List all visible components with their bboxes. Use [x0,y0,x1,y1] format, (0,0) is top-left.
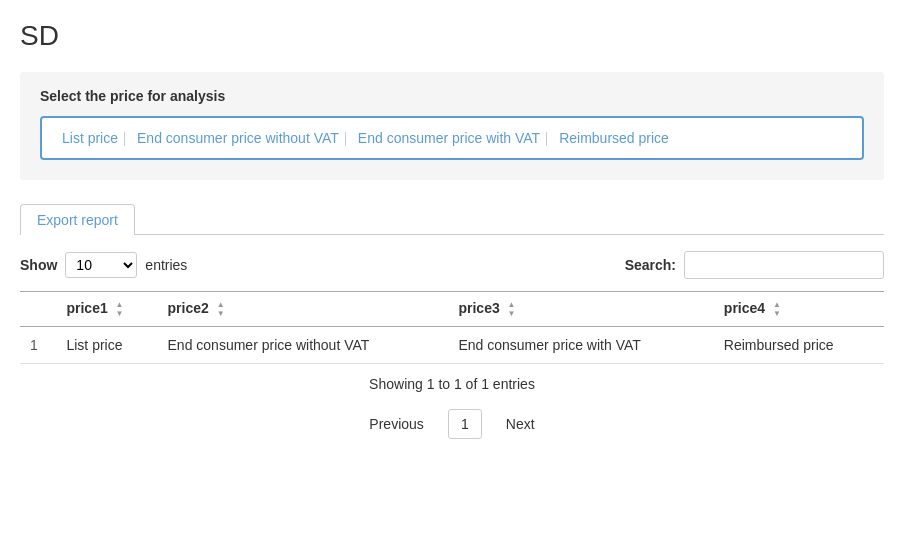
entries-select[interactable]: 102550100 [65,252,137,278]
table-row: 1 List price End consumer price without … [20,327,884,364]
page-title: SD [20,20,884,52]
data-table: price1 ▲▼ price2 ▲▼ price3 ▲▼ price4 ▲▼ … [20,291,884,364]
next-button[interactable]: Next [486,408,555,440]
row-price2: End consumer price without VAT [158,327,449,364]
price-select-label: Select the price for analysis [40,88,864,104]
table-body: 1 List price End consumer price without … [20,327,884,364]
col-price4: price4 ▲▼ [714,292,884,327]
row-price3: End consumer price with VAT [448,327,713,364]
table-header-row: price1 ▲▼ price2 ▲▼ price3 ▲▼ price4 ▲▼ [20,292,884,327]
col-index [20,292,56,327]
price-option-end-consumer-with-vat[interactable]: End consumer price with VAT [352,128,553,148]
price-option-list-price[interactable]: List price [56,128,131,148]
row-price4: Reimbursed price [714,327,884,364]
row-index: 1 [20,327,56,364]
price-option-end-consumer-no-vat[interactable]: End consumer price without VAT [131,128,352,148]
search-label: Search: [625,257,676,273]
col-price2: price2 ▲▼ [158,292,449,327]
price-select-section: Select the price for analysis List price… [20,72,884,180]
pagination: Previous 1 Next [20,400,884,448]
search-input[interactable] [684,251,884,279]
show-entries: Show 102550100 entries [20,252,187,278]
tab-bar: Export report [20,204,884,235]
search-area: Search: [625,251,884,279]
show-label: Show [20,257,57,273]
controls-row: Show 102550100 entries Search: [20,251,884,279]
showing-text: Showing 1 to 1 of 1 entries [20,364,884,400]
price-options-box: List price End consumer price without VA… [40,116,864,160]
entries-label: entries [145,257,187,273]
col-price1: price1 ▲▼ [56,292,157,327]
price-option-reimbursed[interactable]: Reimbursed price [553,128,675,148]
page-number-1[interactable]: 1 [448,409,482,439]
row-price1: List price [56,327,157,364]
table-header: price1 ▲▼ price2 ▲▼ price3 ▲▼ price4 ▲▼ [20,292,884,327]
col-price3: price3 ▲▼ [448,292,713,327]
previous-button[interactable]: Previous [349,408,443,440]
tab-export-report[interactable]: Export report [20,204,135,235]
